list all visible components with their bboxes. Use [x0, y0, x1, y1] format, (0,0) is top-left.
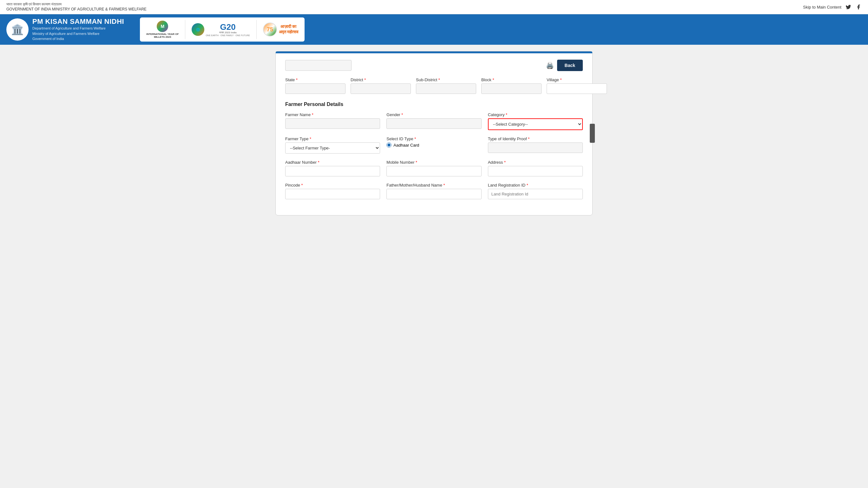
emblem-logo: 🏛️ [6, 19, 29, 41]
main-title: PM KISAN SAMMAN NIDHI [32, 18, 124, 26]
subtitle3: Government of India [32, 36, 124, 41]
language-container: English [285, 60, 351, 71]
block-input[interactable]: TADIKONDA [481, 84, 541, 94]
aadhaar-number-label: Aadhaar Number * [285, 160, 380, 165]
mobile-label: Mobile Number * [386, 160, 481, 165]
subtitle1: Department of Agriculture and Farmers We… [32, 26, 124, 31]
subdistrict-field: Sub-District * Tadikonda [416, 78, 476, 94]
farmer-details-row1: Farmer Name * Kandimalla Vani Chandrika … [285, 112, 583, 130]
fmh-label: Father/Mother/Husband Name * [386, 183, 481, 187]
pincode-label: Pincode * [285, 183, 380, 187]
farmer-details-row3: Aadhaar Number * obe/FTDKPrk+EYKsAVjs5JK… [285, 160, 583, 176]
back-button[interactable]: Back [557, 60, 583, 71]
language-input[interactable]: English [285, 60, 351, 71]
hindi-text: भारत सरकार कृषि एवं किसान कल्याण मंत्राल… [6, 2, 147, 7]
subtitle2: Ministry of Agriculture and Farmers Welf… [32, 31, 124, 36]
logo-section: 🏛️ PM KISAN SAMMAN NIDHI Department of A… [6, 18, 124, 41]
farmer-type-field: Farmer Type * --Select Farmer Type- [285, 136, 380, 154]
top-controls: English 🖨️ Back [285, 60, 583, 71]
top-bar-right: Skip to Main Content [803, 4, 862, 10]
farmer-type-label: Farmer Type * [285, 136, 380, 141]
mobile-field: Mobile Number * 9346125005 [386, 160, 481, 176]
top-bar: भारत सरकार कृषि एवं किसान कल्याण मंत्राल… [0, 0, 868, 14]
district-input[interactable]: GUNTUR [350, 84, 411, 94]
aadhaar-number-input[interactable]: obe/FTDKPrk+EYKsAVjs5JKXcoJiXhNdtbJcm [285, 166, 380, 176]
amrit-mahotsav-logo: 75 आज़ादी काअमृत महोत्सव [263, 23, 298, 36]
main-content: English 🖨️ Back State * ANDHRA PRADESH D… [0, 45, 868, 222]
pincode-input[interactable]: 522212 [285, 189, 380, 199]
millets-logo: M INTERNATIONAL YEAR OFMILLETS 2023 [146, 21, 179, 38]
state-label: State * [285, 78, 345, 82]
village-field: Village * Tadikonda - (589999) [547, 78, 607, 94]
district-field: District * GUNTUR [350, 78, 411, 94]
land-reg-field: Land Registration ID * [488, 183, 583, 199]
header-banner: 🏛️ PM KISAN SAMMAN NIDHI Department of A… [0, 14, 868, 45]
id-type-radio-group: Aadhaar Card [386, 143, 481, 148]
aadhaar-radio[interactable] [386, 143, 392, 148]
pincode-field: Pincode * 522212 [285, 183, 380, 199]
farmer-details-row2: Farmer Type * --Select Farmer Type- Sele… [285, 136, 583, 154]
fmh-input[interactable]: W/O Srinivasa Rao [386, 189, 481, 199]
farmer-name-label: Farmer Name * [285, 112, 380, 117]
address-field: Address * 8-32 vatticherukuru vatticheru… [488, 160, 583, 176]
block-field: Block * TADIKONDA [481, 78, 541, 94]
village-label: Village * [547, 78, 607, 82]
banner-logos: M INTERNATIONAL YEAR OFMILLETS 2023 🌐 G2… [140, 18, 305, 41]
location-row: State * ANDHRA PRADESH District * GUNTUR… [285, 78, 583, 94]
top-controls-right: 🖨️ Back [546, 60, 583, 71]
land-reg-label: Land Registration ID * [488, 183, 583, 187]
scrollbar-indicator[interactable] [590, 124, 595, 143]
ministry-info: भारत सरकार कृषि एवं किसान कल्याण मंत्राल… [6, 2, 147, 12]
id-type-label: Select ID Type * [386, 136, 481, 141]
gender-label: Gender * [386, 112, 481, 117]
aadhaar-option: Aadhaar Card [386, 143, 481, 148]
form-top-bar [276, 52, 592, 53]
gender-input[interactable]: Female [386, 118, 481, 129]
g20-logo: 🌐 G20 भारत 2023 India ONE EARTH · ONE FA… [192, 23, 250, 36]
facebook-icon[interactable] [855, 4, 862, 10]
form-container: English 🖨️ Back State * ANDHRA PRADESH D… [275, 51, 593, 215]
mobile-input[interactable]: 9346125005 [386, 166, 481, 176]
farmer-details-row4: Pincode * 522212 Father/Mother/Husband N… [285, 183, 583, 199]
land-reg-input[interactable] [488, 189, 583, 199]
twitter-icon[interactable] [845, 4, 851, 10]
identity-proof-label: Type of Identity Proof * [488, 136, 583, 141]
identity-proof-field: Type of Identity Proof * Aadhar Card [488, 136, 583, 154]
aadhaar-number-field: Aadhaar Number * obe/FTDKPrk+EYKsAVjs5JK… [285, 160, 380, 176]
category-field: Category * --Select Category-- [488, 112, 583, 130]
farmer-type-select[interactable]: --Select Farmer Type- [285, 143, 380, 154]
subdistrict-input[interactable]: Tadikonda [416, 84, 476, 94]
site-title: PM KISAN SAMMAN NIDHI Department of Agri… [32, 18, 124, 41]
fmh-field: Father/Mother/Husband Name * W/O Sriniva… [386, 183, 481, 199]
subdistrict-label: Sub-District * [416, 78, 476, 82]
state-field: State * ANDHRA PRADESH [285, 78, 345, 94]
address-input[interactable]: 8-32 vatticherukuru vatticherukuru vatti… [488, 166, 583, 176]
id-type-field: Select ID Type * Aadhaar Card [386, 136, 481, 154]
identity-proof-input[interactable]: Aadhar Card [488, 143, 583, 153]
block-label: Block * [481, 78, 541, 82]
district-label: District * [350, 78, 411, 82]
farmer-name-field: Farmer Name * Kandimalla Vani Chandrika [285, 112, 380, 130]
section-heading: Farmer Personal Details [285, 101, 583, 107]
gender-field: Gender * Female [386, 112, 481, 130]
category-label: Category * [488, 112, 583, 117]
state-input[interactable]: ANDHRA PRADESH [285, 84, 345, 94]
village-input[interactable]: Tadikonda - (589999) [547, 84, 607, 94]
skip-link[interactable]: Skip to Main Content [803, 5, 841, 9]
farmer-name-input[interactable]: Kandimalla Vani Chandrika [285, 118, 380, 129]
category-select[interactable]: --Select Category-- [488, 118, 583, 130]
address-label: Address * [488, 160, 583, 165]
aadhaar-label: Aadhaar Card [393, 143, 419, 148]
print-icon[interactable]: 🖨️ [546, 62, 554, 69]
english-text: GOVERNMENT OF INDIA MINISTRY OF AGRICULT… [6, 7, 147, 12]
